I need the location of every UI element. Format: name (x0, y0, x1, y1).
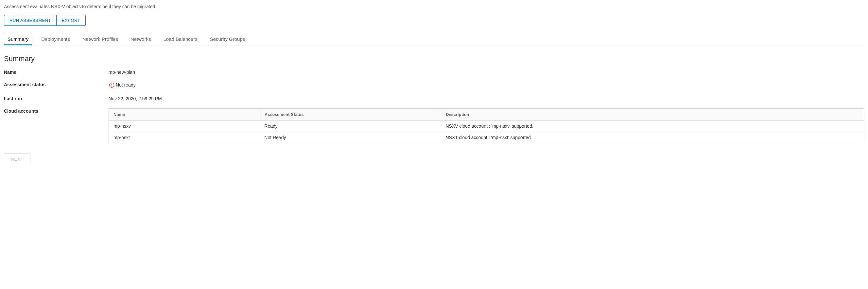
run-assessment-button[interactable]: RUN ASSESSMENT (4, 15, 57, 26)
table-row: mp-nsxv Ready NSXV cloud account : 'mp-n… (109, 120, 864, 132)
last-run-value: Nov 22, 2020, 2:59:29 PM (108, 96, 864, 101)
svg-rect-1 (111, 83, 112, 85)
export-button[interactable]: EXPORT (57, 15, 86, 26)
cell-description: NSXV cloud account : 'mp-nsxv' supported… (441, 120, 864, 132)
assessment-description: Assessment evaluates NSX-V objects to de… (4, 4, 864, 9)
field-name: Name mp-new-plan (4, 70, 864, 75)
table-row: mp-nsxt Not Ready NSXT cloud account : '… (109, 132, 864, 143)
status-value: Not ready (116, 82, 136, 87)
cell-description: NSXT cloud account : 'mp-nsxt' supported… (441, 132, 864, 143)
status-wrap: Not ready (108, 82, 136, 88)
cloud-accounts-table: Name Assessment Status Description mp-ns… (108, 108, 864, 143)
section-title: Summary (4, 55, 864, 63)
field-last-run: Last run Nov 22, 2020, 2:59:29 PM (4, 96, 864, 101)
name-value: mp-new-plan (108, 70, 864, 75)
next-button[interactable]: NEXT (4, 153, 30, 165)
tab-deployments[interactable]: Deployments (41, 33, 70, 45)
th-description: Description (441, 108, 864, 120)
cell-name: mp-nsxv (109, 120, 260, 132)
tab-security-groups[interactable]: Security Groups (210, 33, 245, 45)
tab-summary[interactable]: Summary (4, 33, 32, 45)
action-button-group: RUN ASSESSMENT EXPORT (4, 15, 86, 26)
cell-status: Not Ready (260, 132, 441, 143)
last-run-label: Last run (4, 96, 108, 101)
tab-network-profiles[interactable]: Network Profiles (83, 33, 118, 45)
field-assessment-status: Assessment status Not ready (4, 82, 864, 89)
field-cloud-accounts: Cloud accounts Name Assessment Status De… (4, 108, 864, 143)
exclamation-circle-icon (108, 82, 115, 88)
cloud-accounts-label: Cloud accounts (4, 108, 108, 114)
name-label: Name (4, 70, 108, 75)
svg-point-2 (111, 85, 112, 86)
cell-status: Ready (260, 120, 441, 132)
tab-bar: Summary Deployments Network Profiles Net… (4, 33, 864, 45)
th-name: Name (109, 108, 260, 120)
tab-load-balancers[interactable]: Load Balancers (163, 33, 197, 45)
tab-networks[interactable]: Networks (130, 33, 151, 45)
cell-name: mp-nsxt (109, 132, 260, 143)
th-status: Assessment Status (260, 108, 441, 120)
status-label: Assessment status (4, 82, 108, 87)
